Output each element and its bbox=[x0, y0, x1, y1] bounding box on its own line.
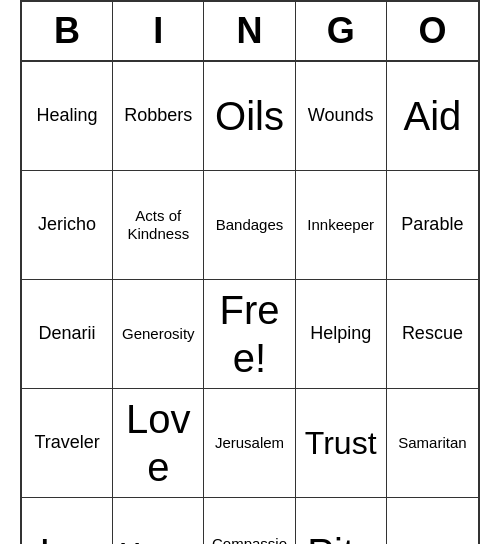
bingo-cell: Pity bbox=[296, 498, 387, 544]
bingo-cell: Robbers bbox=[113, 62, 204, 171]
bingo-cell: Denarii bbox=[22, 280, 113, 389]
bingo-header: BINGO bbox=[22, 2, 478, 62]
bingo-cell: Samaritan bbox=[387, 389, 478, 498]
cell-text: Parable bbox=[401, 214, 463, 236]
cell-text: Innkeeper bbox=[307, 216, 374, 234]
header-letter: O bbox=[387, 2, 478, 60]
bingo-cell: Inn bbox=[22, 498, 113, 544]
cell-text: Denarii bbox=[39, 323, 96, 345]
bingo-cell: Acts of Kindness bbox=[113, 171, 204, 280]
cell-text: Oils bbox=[215, 92, 284, 140]
cell-text: Helping bbox=[310, 323, 371, 345]
header-letter: G bbox=[296, 2, 387, 60]
bingo-cell: Helping bbox=[296, 280, 387, 389]
cell-text: Wounds bbox=[308, 105, 374, 127]
bingo-cell: Free! bbox=[204, 280, 295, 389]
bingo-cell: Aid bbox=[387, 62, 478, 171]
bingo-cell: Healing bbox=[22, 62, 113, 171]
cell-text: Robbers bbox=[124, 105, 192, 127]
cell-text: Aid bbox=[403, 92, 461, 140]
bingo-cell: Compassion bbox=[204, 498, 295, 544]
header-letter: N bbox=[204, 2, 295, 60]
bingo-cell: Bandages bbox=[204, 171, 295, 280]
bingo-grid: HealingRobbersOilsWoundsAidJerichoActs o… bbox=[22, 62, 478, 544]
cell-text: Inn bbox=[39, 529, 95, 545]
bingo-cell: Beaten bbox=[387, 498, 478, 544]
cell-text: Healing bbox=[37, 105, 98, 127]
cell-text: Generosity bbox=[122, 325, 195, 343]
cell-text: Acts of Kindness bbox=[117, 207, 199, 243]
cell-text: Jericho bbox=[38, 214, 96, 236]
header-letter: B bbox=[22, 2, 113, 60]
cell-text: Bandages bbox=[216, 216, 284, 234]
bingo-cell: Oils bbox=[204, 62, 295, 171]
bingo-cell: Innkeeper bbox=[296, 171, 387, 280]
bingo-cell: Traveler bbox=[22, 389, 113, 498]
bingo-cell: Rescue bbox=[387, 280, 478, 389]
bingo-cell: Trust bbox=[296, 389, 387, 498]
cell-text: Free! bbox=[208, 286, 290, 382]
bingo-cell: Love bbox=[113, 389, 204, 498]
cell-text: Jerusalem bbox=[215, 434, 284, 452]
header-letter: I bbox=[113, 2, 204, 60]
bingo-cell: Jericho bbox=[22, 171, 113, 280]
bingo-cell: Money bbox=[113, 498, 204, 544]
bingo-cell: Generosity bbox=[113, 280, 204, 389]
cell-text: Pity bbox=[307, 529, 374, 545]
bingo-cell: Wounds bbox=[296, 62, 387, 171]
bingo-card: BINGO HealingRobbersOilsWoundsAidJericho… bbox=[20, 0, 480, 544]
bingo-cell: Jerusalem bbox=[204, 389, 295, 498]
cell-text: Traveler bbox=[34, 432, 99, 454]
cell-text: Samaritan bbox=[398, 434, 466, 452]
bingo-cell: Parable bbox=[387, 171, 478, 280]
cell-text: Trust bbox=[305, 424, 377, 462]
cell-text: Rescue bbox=[402, 323, 463, 345]
cell-text: Love bbox=[117, 395, 199, 491]
cell-text: Money bbox=[119, 537, 197, 544]
cell-text: Compassion bbox=[208, 535, 290, 545]
